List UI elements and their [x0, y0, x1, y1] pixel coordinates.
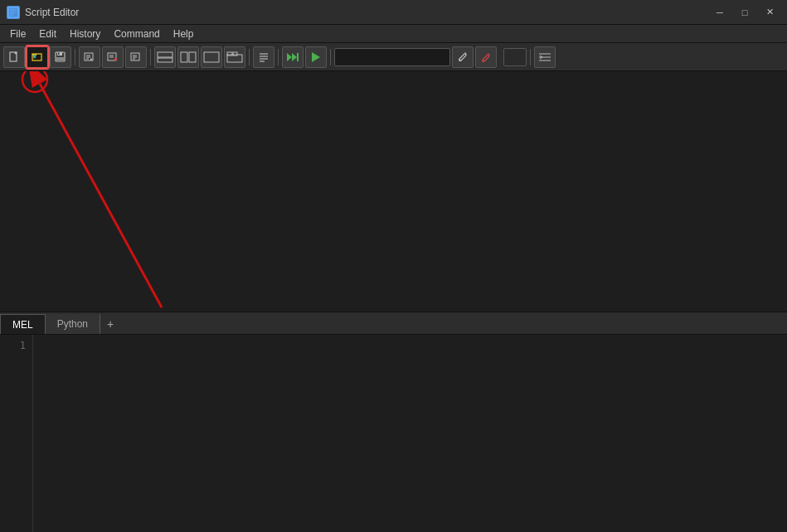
save-icon: [55, 51, 66, 63]
stop-record-icon: [107, 51, 119, 63]
view-layout3-icon: [203, 51, 220, 63]
maximize-button[interactable]: □: [734, 4, 755, 21]
fast-forward-button[interactable]: [282, 46, 304, 68]
close-button[interactable]: ✕: [759, 4, 780, 21]
svg-marker-37: [287, 53, 292, 61]
new-script-button[interactable]: [3, 46, 25, 68]
svg-line-47: [40, 84, 162, 307]
view-tabs-button[interactable]: [224, 46, 245, 68]
menu-help[interactable]: Help: [167, 27, 201, 41]
open-icon: [32, 51, 43, 63]
menu-file[interactable]: File: [3, 27, 32, 41]
svg-rect-10: [58, 52, 60, 55]
save-button[interactable]: [50, 46, 71, 68]
tab-python[interactable]: Python: [46, 314, 100, 334]
wrench-button[interactable]: [452, 46, 474, 68]
separator-3: [249, 49, 250, 65]
minimize-button[interactable]: ─: [709, 4, 731, 21]
fast-forward-icon: [286, 51, 299, 63]
svg-point-42: [483, 60, 484, 61]
code-area: 1: [0, 335, 787, 532]
svg-rect-29: [204, 52, 219, 62]
menu-command[interactable]: Command: [107, 27, 166, 41]
svg-rect-25: [158, 52, 172, 57]
separator-1: [75, 49, 75, 65]
svg-text:▶: ▶: [90, 56, 93, 61]
svg-rect-7: [33, 55, 36, 58]
svg-point-41: [459, 59, 461, 60]
window-title: Script Editor: [25, 7, 79, 18]
window-controls: ─ □ ✕: [709, 4, 780, 21]
color-picker[interactable]: [503, 48, 527, 66]
record-icon: ▶: [84, 51, 95, 63]
app-icon: [7, 6, 20, 19]
svg-marker-38: [292, 53, 297, 61]
line-numbers: 1: [0, 335, 33, 532]
indent-button[interactable]: [534, 46, 556, 68]
view-output-only-button[interactable]: [177, 46, 199, 68]
play-icon: [310, 51, 322, 63]
clear-history-icon: [130, 51, 142, 63]
svg-marker-40: [312, 52, 320, 62]
wrench-icon: [457, 51, 469, 63]
menu-edit[interactable]: Edit: [32, 27, 63, 41]
settings-icon: [480, 51, 492, 63]
separator-6: [530, 49, 531, 65]
code-editor[interactable]: [33, 335, 787, 532]
indent-icon: [538, 51, 551, 63]
record-button[interactable]: ▶: [79, 46, 100, 68]
view-input-output-button[interactable]: [154, 46, 176, 68]
separator-5: [330, 49, 331, 65]
svg-rect-28: [189, 52, 196, 62]
script-editor-icon: [7, 7, 19, 18]
play-button[interactable]: [305, 46, 327, 68]
title-bar-left: Script Editor: [7, 6, 79, 19]
annotation-arrow: [0, 71, 787, 312]
separator-4: [278, 49, 279, 65]
svg-rect-39: [297, 53, 299, 61]
tab-mel[interactable]: MEL: [0, 314, 46, 334]
tab-add-button[interactable]: +: [100, 314, 120, 334]
view-tabs-icon: [226, 51, 243, 63]
stop-record-button[interactable]: [102, 46, 124, 68]
svg-rect-26: [158, 58, 172, 62]
toolbar: ▶: [0, 43, 787, 71]
new-icon: [8, 51, 20, 63]
menu-bar: File Edit History Command Help: [0, 25, 787, 43]
svg-rect-11: [56, 57, 64, 60]
tab-bar: MEL Python +: [0, 312, 787, 335]
line-number-1: 1: [0, 340, 26, 351]
svg-rect-9: [57, 52, 62, 56]
menu-history[interactable]: History: [63, 27, 107, 41]
clear-history-button[interactable]: [125, 46, 147, 68]
svg-rect-27: [181, 52, 187, 62]
list-view-button[interactable]: [253, 46, 274, 68]
list-view-icon: [258, 51, 270, 63]
svg-point-48: [22, 71, 47, 92]
open-button[interactable]: [27, 46, 48, 68]
view-layout1-icon: [157, 51, 173, 63]
title-bar: Script Editor ─ □ ✕: [0, 0, 787, 25]
svg-rect-20: [114, 58, 117, 60]
output-area: [0, 71, 787, 312]
separator-2: [150, 49, 151, 65]
settings-button[interactable]: [475, 46, 497, 68]
command-input[interactable]: [334, 48, 450, 66]
view-layout2-icon: [180, 51, 197, 63]
view-both-button[interactable]: [201, 46, 222, 68]
